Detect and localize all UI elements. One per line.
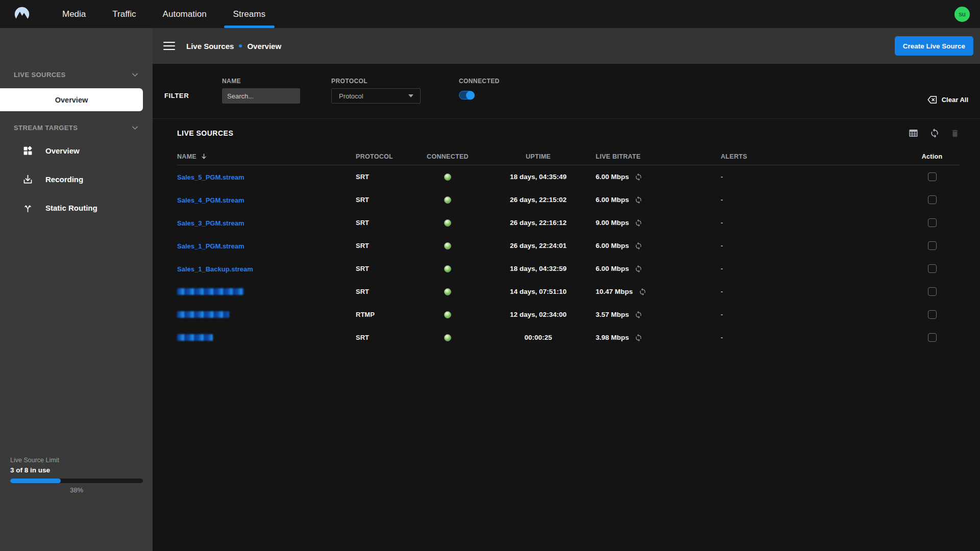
cell-uptime: 26 days, 22:24:01 xyxy=(510,242,567,249)
search-input[interactable] xyxy=(222,88,300,104)
column-header-protocol[interactable]: PROTOCOL xyxy=(356,153,414,160)
bitrate-value: 3.57 Mbps xyxy=(596,311,629,318)
live-source-name-link[interactable]: Sales_1_Backup.stream xyxy=(177,265,253,273)
row-checkbox[interactable] xyxy=(928,195,937,204)
live-source-name-link[interactable]: Sales_5_PGM.stream xyxy=(177,173,244,181)
redacted-name[interactable] xyxy=(177,288,244,295)
sync-icon xyxy=(634,311,643,319)
live-source-limit-percent: 38% xyxy=(10,486,143,494)
refresh-button[interactable] xyxy=(929,128,940,138)
cell-name xyxy=(177,334,356,341)
refresh-icon xyxy=(929,128,940,138)
row-checkbox[interactable] xyxy=(928,172,937,181)
redacted-name[interactable] xyxy=(177,311,229,318)
column-header-name[interactable]: NAME xyxy=(177,153,356,160)
column-header-uptime[interactable]: UPTIME xyxy=(526,153,551,160)
table-row: Sales_1_Backup.stream SRT 18 days, 04:32… xyxy=(177,257,960,280)
sidebar-item-label: Recording xyxy=(45,175,83,184)
cell-protocol: SRT xyxy=(356,219,414,227)
download-icon xyxy=(22,174,33,185)
delete-button[interactable] xyxy=(950,129,960,138)
user-avatar[interactable]: su xyxy=(954,7,970,22)
name-filter-label: NAME xyxy=(222,78,300,85)
redacted-name[interactable] xyxy=(177,334,213,341)
table-view-button[interactable] xyxy=(908,128,919,138)
breadcrumb-page[interactable]: Overview xyxy=(247,42,281,51)
cell-uptime: 26 days, 22:16:12 xyxy=(510,219,567,227)
cell-bitrate: 6.00 Mbps xyxy=(596,196,721,204)
breadcrumb-separator-dot xyxy=(239,44,242,47)
filter-bar: FILTER NAME PROTOCOL Protocol CONNECTED xyxy=(153,64,980,118)
filter-label: FILTER xyxy=(164,92,190,99)
connected-toggle[interactable] xyxy=(459,91,474,99)
column-header-alerts[interactable]: ALERTS xyxy=(721,153,904,160)
live-source-name-link[interactable]: Sales_1_PGM.stream xyxy=(177,242,244,250)
table-body: Sales_5_PGM.stream SRT 18 days, 04:35:49… xyxy=(177,165,960,349)
protocol-select-value: Protocol xyxy=(339,92,363,100)
cell-uptime: 26 days, 22:15:02 xyxy=(510,196,567,204)
breadcrumb: Live Sources Overview xyxy=(186,42,281,51)
bitrate-value: 6.00 Mbps xyxy=(596,196,629,204)
top-nav-bar: MediaTrafficAutomationStreams su xyxy=(0,0,980,28)
connected-status-icon xyxy=(444,265,451,272)
nav-items: MediaTrafficAutomationStreams xyxy=(49,0,279,28)
connected-status-icon xyxy=(444,288,451,295)
bitrate-value: 6.00 Mbps xyxy=(596,265,629,272)
sidebar-item-label: Overview xyxy=(45,146,80,155)
column-header-action[interactable]: Action xyxy=(922,153,943,160)
sync-icon xyxy=(634,196,643,204)
page-header: Live Sources Overview Create Live Source xyxy=(153,28,980,64)
nav-item-media[interactable]: Media xyxy=(49,0,99,28)
row-checkbox[interactable] xyxy=(928,264,937,273)
cell-alerts: - xyxy=(721,311,904,318)
nav-item-automation[interactable]: Automation xyxy=(150,0,220,28)
dashboard-icon xyxy=(22,145,33,156)
row-checkbox[interactable] xyxy=(928,218,937,227)
column-header-connected[interactable]: CONNECTED xyxy=(427,153,469,160)
table-row: RTMP 12 days, 02:34:00 3.57 Mbps - xyxy=(177,303,960,326)
breadcrumb-section[interactable]: Live Sources xyxy=(186,42,234,51)
connected-status-icon xyxy=(444,219,451,227)
sidebar-section-live-sources[interactable]: LIVE SOURCES xyxy=(0,68,153,81)
cell-bitrate: 10.47 Mbps xyxy=(596,288,721,296)
cell-uptime: 12 days, 02:34:00 xyxy=(510,311,567,318)
cell-bitrate: 6.00 Mbps xyxy=(596,242,721,250)
live-source-name-link[interactable]: Sales_3_PGM.stream xyxy=(177,219,244,227)
sidebar-item-live-sources-overview[interactable]: Overview xyxy=(0,88,143,111)
connected-status-icon xyxy=(444,311,451,318)
cell-protocol: SRT xyxy=(356,173,414,181)
column-header-live-bitrate[interactable]: LIVE BITRATE xyxy=(596,153,721,160)
menu-toggle-icon[interactable] xyxy=(163,42,175,51)
sync-icon xyxy=(634,334,643,342)
sync-icon xyxy=(634,242,643,250)
nav-item-traffic[interactable]: Traffic xyxy=(99,0,149,28)
live-source-name-link[interactable]: Sales_4_PGM.stream xyxy=(177,196,244,204)
connected-filter-label: CONNECTED xyxy=(459,78,500,85)
cell-uptime: 14 days, 07:51:10 xyxy=(510,288,567,295)
cell-protocol: SRT xyxy=(356,196,414,204)
nav-item-streams[interactable]: Streams xyxy=(220,0,279,28)
create-live-source-button[interactable]: Create Live Source xyxy=(895,36,973,56)
cell-alerts: - xyxy=(721,242,904,249)
toggle-knob xyxy=(466,91,475,99)
app-logo-icon[interactable] xyxy=(13,6,31,23)
bitrate-value: 3.98 Mbps xyxy=(596,334,629,341)
row-checkbox[interactable] xyxy=(928,241,937,250)
cell-alerts: - xyxy=(721,173,904,181)
table-row: Sales_3_PGM.stream SRT 26 days, 22:16:12… xyxy=(177,211,960,234)
clear-all-button[interactable]: Clear All xyxy=(927,94,968,105)
cell-alerts: - xyxy=(721,196,904,204)
cell-alerts: - xyxy=(721,265,904,272)
protocol-select[interactable]: Protocol xyxy=(331,88,421,104)
row-checkbox[interactable] xyxy=(928,333,937,342)
sidebar-item-static-routing[interactable]: Static Routing xyxy=(0,196,153,219)
chevron-down-icon xyxy=(131,123,139,132)
cell-uptime: 18 days, 04:35:49 xyxy=(510,173,567,181)
cell-protocol: SRT xyxy=(356,288,414,295)
row-checkbox[interactable] xyxy=(928,310,937,319)
sidebar-item-recording[interactable]: Recording xyxy=(0,168,153,191)
cell-protocol: SRT xyxy=(356,242,414,249)
sidebar-item-stream-targets-overview[interactable]: Overview xyxy=(0,139,153,162)
sidebar-section-stream-targets[interactable]: STREAM TARGETS xyxy=(0,121,153,134)
row-checkbox[interactable] xyxy=(928,287,937,296)
